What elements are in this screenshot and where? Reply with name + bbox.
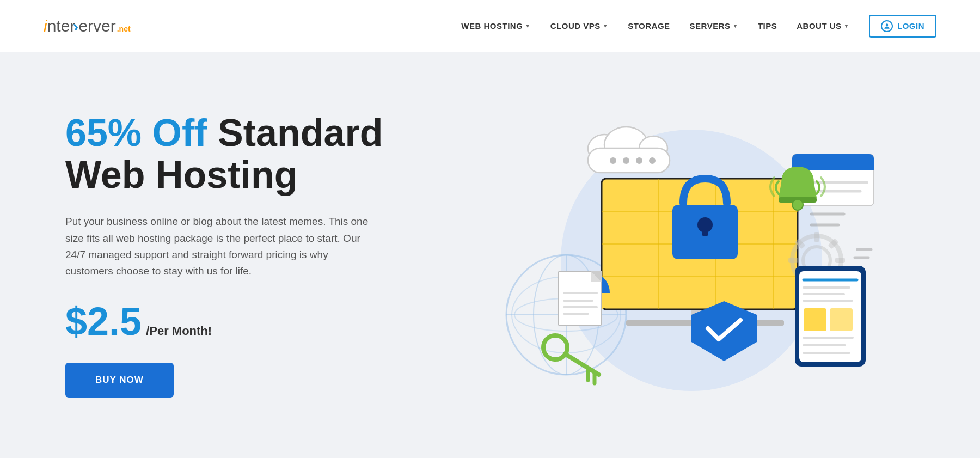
nav-servers[interactable]: SERVERS ▼	[690, 21, 738, 30]
hero-headline: 65% Off StandardWeb Hosting	[65, 112, 403, 196]
nav-storage[interactable]: STORAGE	[628, 21, 670, 30]
logo-tld: .net	[117, 25, 131, 33]
hero-section: 65% Off StandardWeb Hosting Put your bus…	[0, 52, 980, 458]
chevron-down-icon: ▼	[844, 23, 849, 29]
chevron-down-icon: ▼	[603, 23, 608, 29]
svg-rect-44	[788, 258, 798, 263]
hero-description: Put your business online or blog about t…	[65, 213, 370, 280]
price-period: /Per Month!	[146, 324, 212, 338]
svg-point-24	[610, 157, 616, 164]
chevron-down-icon: ▼	[733, 23, 738, 29]
svg-point-25	[623, 157, 629, 164]
hero-svg-illustration	[457, 102, 882, 407]
logo-i: i	[44, 17, 47, 35]
hero-content: 65% Off StandardWeb Hosting Put your bus…	[65, 112, 403, 398]
svg-point-46	[543, 335, 567, 359]
hero-headline-highlight: 65% Off	[65, 112, 207, 154]
svg-rect-40	[835, 258, 845, 263]
svg-point-0	[886, 23, 889, 26]
hero-illustration	[403, 91, 936, 418]
chevron-down-icon: ▼	[525, 23, 530, 29]
logo[interactable]: inter‹erver.net	[44, 17, 131, 35]
svg-point-51	[792, 199, 803, 210]
svg-line-47	[565, 354, 599, 375]
svg-rect-19	[702, 225, 708, 236]
svg-point-26	[636, 157, 642, 164]
svg-rect-59	[804, 308, 826, 331]
buy-now-button[interactable]: BUY NOW	[65, 363, 174, 398]
svg-rect-38	[814, 232, 819, 242]
svg-point-27	[649, 157, 656, 164]
logo-inter: inter	[44, 17, 75, 35]
svg-rect-60	[830, 308, 853, 331]
nav-about-us[interactable]: ABOUT US ▼	[797, 21, 849, 30]
logo-arrow-icon: ‹	[75, 17, 78, 35]
main-nav: WEB HOSTING ▼ CLOUD VPS ▼ STORAGE SERVER…	[461, 15, 936, 38]
login-button[interactable]: LOGIN	[869, 15, 936, 38]
hero-price: $2.5 /Per Month!	[65, 302, 403, 341]
nav-tips[interactable]: TIPS	[758, 21, 777, 30]
user-icon	[881, 20, 893, 32]
price-amount: $2.5	[65, 302, 142, 341]
header: inter‹erver.net WEB HOSTING ▼ CLOUD VPS …	[0, 0, 980, 52]
logo-server: erver	[78, 17, 115, 35]
nav-web-hosting[interactable]: WEB HOSTING ▼	[461, 21, 530, 30]
nav-cloud-vps[interactable]: CLOUD VPS ▼	[550, 21, 608, 30]
